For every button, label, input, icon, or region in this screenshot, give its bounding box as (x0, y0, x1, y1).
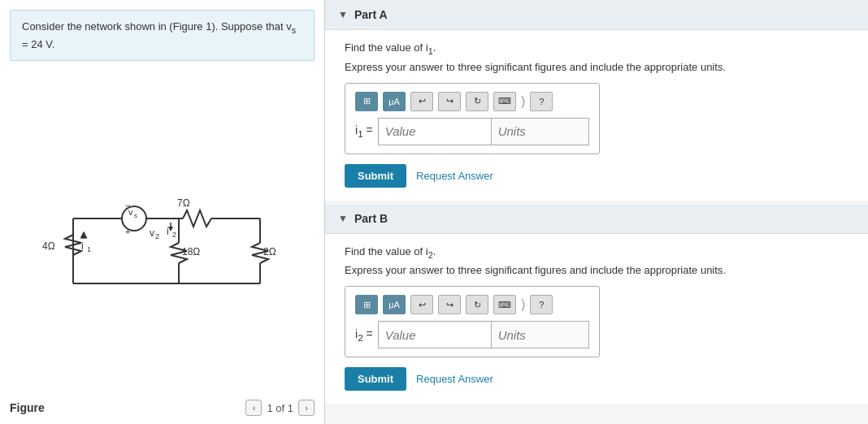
part-a-submit-button[interactable]: Submit (345, 164, 406, 188)
figure-label: Figure (10, 401, 45, 414)
keyboard-button-b[interactable]: ⌨ (493, 295, 516, 314)
svg-text:2: 2 (155, 232, 159, 240)
part-a-input-label: i1 = (355, 123, 373, 139)
part-a-toolbar: ⊞ μΑ ↩ ↪ ↻ ⌨ ) ? (355, 92, 589, 111)
part-b-title: Part B (354, 212, 388, 225)
matrix-button-a[interactable]: ⊞ (355, 92, 378, 111)
redo-button-a[interactable]: ↪ (438, 92, 461, 111)
svg-text:7Ω: 7Ω (177, 197, 190, 209)
svg-text:i: i (167, 226, 169, 237)
circuit-diagram: v s 7Ω 2Ω 18Ω (10, 77, 315, 392)
part-b-submit-button[interactable]: Submit (345, 367, 406, 391)
part-a-input-row: i1 = (355, 118, 589, 145)
part-b-express-text: Express your answer to three significant… (345, 264, 848, 276)
svg-text:s: s (134, 212, 137, 219)
svg-text:−: − (125, 201, 130, 210)
part-b-request-answer-link[interactable]: Request Answer (416, 373, 493, 385)
svg-text:4Ω: 4Ω (42, 240, 55, 252)
part-a-express-text: Express your answer to three significant… (345, 61, 848, 73)
figure-nav: ‹ 1 of 1 › (245, 400, 315, 416)
help-button-b[interactable]: ? (530, 295, 553, 314)
figure-label-row: Figure ‹ 1 of 1 › (10, 392, 315, 416)
part-a-request-answer-link[interactable]: Request Answer (416, 170, 493, 182)
part-b-section: ▼ Part B Find the value of i2. Express y… (325, 204, 868, 405)
part-b-input-label: i2 = (355, 327, 373, 343)
part-b-answer-box: ⊞ μΑ ↩ ↪ ↻ ⌨ ) ? i2 = (345, 286, 600, 357)
mu-button-a[interactable]: μΑ (383, 92, 406, 111)
left-panel: Consider the network shown in (Figure 1)… (0, 0, 325, 424)
matrix-button-b[interactable]: ⊞ (355, 295, 378, 314)
svg-text:1: 1 (87, 245, 91, 253)
part-a-header[interactable]: ▼ Part A (325, 0, 868, 30)
help-button-a[interactable]: ? (530, 92, 553, 111)
part-a-value-input[interactable] (378, 118, 492, 145)
part-a-arrow: ▼ (338, 9, 348, 20)
undo-button-b[interactable]: ↩ (410, 295, 433, 314)
part-a-actions: Submit Request Answer (345, 164, 848, 188)
part-b-input-row: i2 = (355, 321, 589, 348)
svg-text:v: v (150, 227, 154, 239)
part-a-title: Part A (354, 8, 388, 21)
part-a-body: Find the value of i1. Express your answe… (325, 30, 868, 201)
toolbar-sep-a: ) (521, 94, 525, 109)
svg-text:2: 2 (172, 231, 176, 239)
mu-button-b[interactable]: μΑ (383, 295, 406, 314)
part-b-arrow: ▼ (338, 213, 348, 224)
refresh-button-a[interactable]: ↻ (466, 92, 488, 111)
part-b-actions: Submit Request Answer (345, 367, 848, 391)
right-panel: ▼ Part A Find the value of i1. Express y… (325, 0, 868, 424)
part-a-find-text: Find the value of i1. (345, 41, 848, 56)
figure-area: v s 7Ω 2Ω 18Ω (0, 61, 324, 424)
refresh-button-b[interactable]: ↻ (466, 295, 488, 314)
part-b-header[interactable]: ▼ Part B (325, 204, 868, 234)
prev-figure-button[interactable]: ‹ (245, 400, 262, 416)
part-a-units-input[interactable] (492, 118, 589, 145)
part-b-find-text: Find the value of i2. (345, 245, 848, 260)
part-b-value-input[interactable] (378, 321, 492, 348)
svg-text:+: + (125, 227, 130, 236)
keyboard-button-a[interactable]: ⌨ (493, 92, 516, 111)
svg-text:i: i (81, 240, 84, 252)
part-b-toolbar: ⊞ μΑ ↩ ↪ ↻ ⌨ ) ? (355, 295, 589, 314)
redo-button-b[interactable]: ↪ (438, 295, 461, 314)
part-b-body: Find the value of i2. Express your answe… (325, 234, 868, 405)
part-a-answer-box: ⊞ μΑ ↩ ↪ ↻ ⌨ ) ? i1 = (345, 83, 600, 154)
part-b-units-input[interactable] (492, 321, 589, 348)
problem-statement: Consider the network shown in (Figure 1)… (10, 10, 315, 61)
part-a-section: ▼ Part A Find the value of i1. Express y… (325, 0, 868, 201)
figure-nav-text: 1 of 1 (267, 402, 293, 414)
toolbar-sep-b: ) (521, 297, 525, 312)
next-figure-button[interactable]: › (298, 400, 315, 416)
undo-button-a[interactable]: ↩ (410, 92, 433, 111)
